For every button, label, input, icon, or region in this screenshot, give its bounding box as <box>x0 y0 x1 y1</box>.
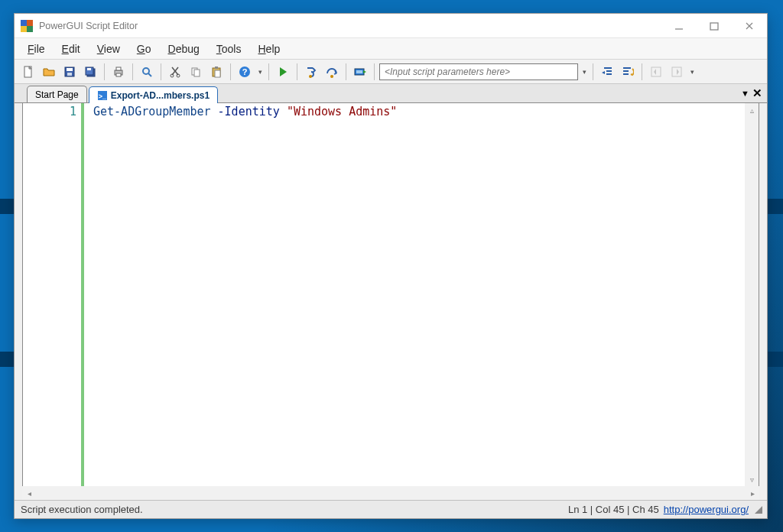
menu-go[interactable]: Go <box>130 41 158 57</box>
app-icon <box>21 20 33 32</box>
toolbar-overflow3[interactable]: ▾ <box>688 68 696 76</box>
ps1-file-icon: >_ <box>97 90 108 101</box>
window-title: PowerGUI Script Editor <box>39 21 138 31</box>
toolbar-overflow2[interactable]: ▾ <box>580 68 588 76</box>
svg-marker-37 <box>602 71 605 74</box>
run-icon[interactable] <box>274 63 292 81</box>
svg-rect-11 <box>87 68 91 70</box>
open-file-icon[interactable] <box>40 63 58 81</box>
svg-rect-8 <box>67 73 72 76</box>
line-number-gutter: 1 <box>23 103 84 486</box>
menu-edit[interactable]: Edit <box>55 41 87 57</box>
svg-text:>_: >_ <box>99 92 107 100</box>
save-icon[interactable] <box>60 63 79 81</box>
menubar: File Edit View Go Debug Tools Help <box>15 38 767 60</box>
svg-rect-32 <box>356 70 362 73</box>
tab-active-file[interactable]: >_ Export-AD...mbers.ps1 <box>89 86 218 103</box>
app-window: PowerGUI Script Editor File Edit View Go… <box>14 13 768 519</box>
statusbar: Script execution completed. Ln 1 | Col 4… <box>15 500 767 518</box>
print-icon[interactable] <box>109 63 128 81</box>
scroll-left-icon[interactable]: ◂ <box>22 489 36 498</box>
svg-rect-1 <box>710 23 718 30</box>
token-param: -Identity <box>211 105 287 118</box>
svg-rect-13 <box>116 67 121 70</box>
tab-menu-dropdown[interactable]: ▼ <box>741 89 749 98</box>
menu-view[interactable]: View <box>90 41 127 57</box>
status-message: Script execution completed. <box>18 504 143 515</box>
svg-marker-28 <box>280 67 287 76</box>
search-icon[interactable] <box>138 63 156 81</box>
scroll-up-icon[interactable]: ▵ <box>745 103 759 117</box>
new-file-icon[interactable] <box>19 63 37 81</box>
tab-label: Start Page <box>35 89 79 100</box>
cut-icon[interactable] <box>166 63 184 81</box>
save-all-icon[interactable] <box>81 63 99 81</box>
minimize-button[interactable] <box>661 14 697 38</box>
svg-rect-22 <box>194 70 200 76</box>
paste-icon[interactable] <box>207 63 226 81</box>
bookmark-next-icon[interactable] <box>668 63 686 81</box>
scroll-right-icon[interactable]: ▸ <box>746 489 759 498</box>
scroll-down-icon[interactable]: ▿ <box>745 472 759 486</box>
code-content[interactable]: Get-ADGroupMember -Identity "Windows Adm… <box>84 103 759 486</box>
titlebar[interactable]: PowerGUI Script Editor <box>15 14 767 38</box>
token-string: "Windows Admins" <box>287 105 398 118</box>
outdent-icon[interactable] <box>598 63 616 81</box>
remote-icon[interactable] <box>351 63 369 81</box>
toolbar-overflow1[interactable]: ▾ <box>256 68 264 76</box>
code-editor[interactable]: 1 Get-ADGroupMember -Identity "Windows A… <box>22 103 759 486</box>
step-over-icon[interactable] <box>323 63 341 81</box>
line-number: 1 <box>23 105 76 118</box>
help-icon[interactable]: ? <box>236 63 254 81</box>
svg-line-16 <box>148 73 151 76</box>
copy-icon[interactable] <box>187 63 205 81</box>
tab-start-page[interactable]: Start Page <box>27 86 87 102</box>
vertical-scrollbar[interactable]: ▵ ▿ <box>745 103 759 486</box>
resize-grip-icon[interactable] <box>753 504 764 515</box>
horizontal-scrollbar[interactable]: ◂ ▸ <box>22 486 759 500</box>
svg-rect-25 <box>215 70 220 77</box>
menu-tools[interactable]: Tools <box>210 41 249 57</box>
cursor-position: Ln 1 | Col 45 | Ch 45 <box>568 504 664 515</box>
svg-marker-44 <box>677 69 679 75</box>
svg-rect-24 <box>215 66 218 69</box>
svg-point-29 <box>309 75 312 78</box>
svg-text:?: ? <box>242 67 248 76</box>
tab-label: Export-AD...mbers.ps1 <box>111 90 210 101</box>
powergui-link[interactable]: http://powergui.org/ <box>664 504 753 515</box>
svg-rect-14 <box>116 73 121 76</box>
indent-icon[interactable] <box>619 63 637 81</box>
svg-point-30 <box>330 75 333 78</box>
tabbar: Start Page >_ Export-AD...mbers.ps1 ▼ ✕ <box>15 84 767 103</box>
svg-point-15 <box>143 68 149 74</box>
script-params-input[interactable] <box>379 63 578 80</box>
token-cmdlet: Get-ADGroupMember <box>93 105 211 118</box>
maximize-button[interactable] <box>697 14 732 38</box>
menu-help[interactable]: Help <box>251 41 287 57</box>
svg-rect-7 <box>67 68 73 71</box>
menu-file[interactable]: File <box>21 41 52 57</box>
svg-marker-42 <box>654 69 656 75</box>
close-button[interactable] <box>732 14 767 38</box>
toolbar: ? ▾ ▾ ▾ <box>15 60 767 84</box>
menu-debug[interactable]: Debug <box>161 41 206 57</box>
tab-close-button[interactable]: ✕ <box>752 86 762 100</box>
bookmark-prev-icon[interactable] <box>647 63 665 81</box>
step-into-icon[interactable] <box>302 63 320 81</box>
svg-marker-33 <box>363 70 366 73</box>
